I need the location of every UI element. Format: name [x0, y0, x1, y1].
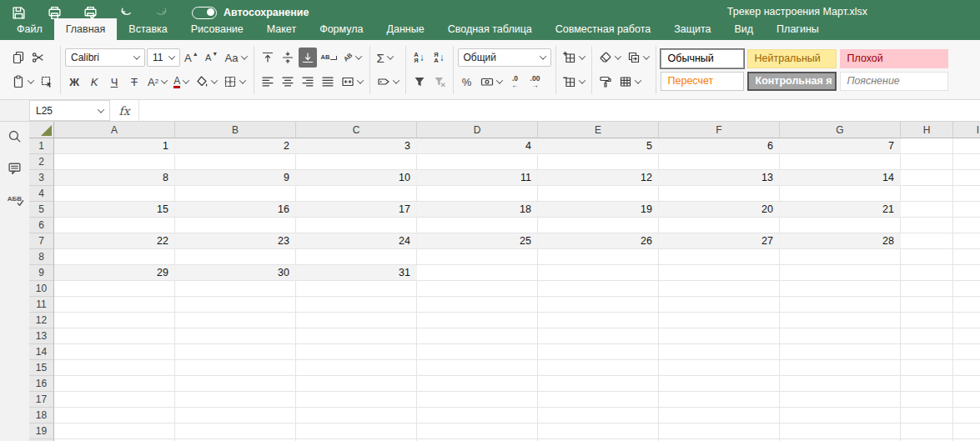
cell-G17[interactable]: [780, 392, 901, 408]
autosave-toggle[interactable]: Автосохранение: [192, 7, 309, 19]
merge-cells-button[interactable]: [339, 72, 365, 92]
grow-font-button[interactable]: A▲: [182, 48, 201, 68]
cell-C15[interactable]: [296, 360, 417, 376]
row-header-16[interactable]: 16: [29, 376, 54, 392]
cell-A8[interactable]: [54, 249, 175, 265]
row-header-12[interactable]: 12: [29, 313, 54, 328]
cell-E12[interactable]: [538, 313, 659, 328]
cell-F15[interactable]: [659, 360, 780, 376]
tab-6[interactable]: Данные: [375, 18, 436, 40]
font-name-select[interactable]: Calibri: [65, 48, 145, 67]
align-left-button[interactable]: [259, 72, 277, 92]
cell-E3[interactable]: 12: [538, 170, 659, 186]
cut-button[interactable]: [29, 48, 48, 68]
cell-G11[interactable]: [780, 297, 901, 313]
cell-E17[interactable]: [538, 392, 659, 408]
row-header-9[interactable]: 9: [29, 265, 54, 281]
cell-E1[interactable]: 5: [538, 138, 659, 154]
cell-C18[interactable]: [296, 408, 417, 423]
cell-H5[interactable]: [901, 202, 953, 218]
cell-H12[interactable]: [901, 313, 953, 328]
row-header-15[interactable]: 15: [29, 360, 54, 376]
cell-C6[interactable]: [296, 218, 417, 233]
cell-D6[interactable]: [417, 218, 538, 233]
cell-A17[interactable]: [54, 392, 175, 408]
cell-G19[interactable]: [780, 423, 901, 439]
increase-decimal-button[interactable]: .00→: [526, 72, 545, 92]
cell-I11[interactable]: [953, 297, 980, 313]
row-header-17[interactable]: 17: [29, 392, 54, 408]
percent-button[interactable]: %: [458, 72, 476, 92]
align-center-button[interactable]: [279, 72, 297, 92]
cell-I6[interactable]: [953, 218, 980, 233]
select-all-button[interactable]: [29, 122, 54, 138]
tab-7[interactable]: Сводная таблица: [436, 18, 544, 40]
cell-F3[interactable]: 13: [659, 170, 780, 186]
subscript-button[interactable]: A2: [145, 72, 169, 92]
cell-E15[interactable]: [538, 360, 659, 376]
cell-C1[interactable]: 3: [296, 138, 417, 154]
wrap-text-button[interactable]: АВ: [319, 48, 340, 68]
cell-H13[interactable]: [901, 328, 953, 344]
cell-C19[interactable]: [296, 423, 417, 439]
align-top-button[interactable]: [259, 48, 277, 68]
cell-D7[interactable]: 25: [417, 233, 538, 249]
clear-button[interactable]: [596, 48, 623, 68]
cell-C5[interactable]: 17: [296, 202, 417, 218]
cell-D12[interactable]: [417, 313, 538, 328]
tab-9[interactable]: Защита: [662, 18, 722, 40]
cell-B1[interactable]: 2: [175, 138, 296, 154]
cell-D9[interactable]: [417, 265, 538, 281]
tab-4[interactable]: Макет: [255, 18, 308, 40]
tab-0[interactable]: Файл: [5, 18, 54, 40]
cell-E14[interactable]: [538, 344, 659, 360]
font-size-select[interactable]: 11: [147, 48, 180, 67]
row-header-14[interactable]: 14: [29, 344, 54, 360]
cell-D11[interactable]: [417, 297, 538, 313]
tab-11[interactable]: Плагины: [765, 18, 831, 40]
cell-F2[interactable]: [659, 154, 780, 170]
column-header-E[interactable]: E: [538, 122, 659, 138]
cell-B14[interactable]: [175, 344, 296, 360]
row-header-8[interactable]: 8: [29, 249, 54, 265]
cell-A11[interactable]: [54, 297, 175, 313]
name-box[interactable]: L25: [29, 100, 110, 121]
borders-button[interactable]: [221, 72, 248, 92]
cell-A2[interactable]: [54, 154, 175, 170]
number-format-select[interactable]: Общий: [458, 48, 551, 67]
cell-B19[interactable]: [175, 423, 296, 439]
row-header-19[interactable]: 19: [29, 423, 54, 439]
cell-A19[interactable]: [54, 423, 175, 439]
cell-B17[interactable]: [175, 392, 296, 408]
cell-F12[interactable]: [659, 313, 780, 328]
cell-style-normal[interactable]: Обычный: [661, 49, 744, 68]
bold-button[interactable]: Ж: [65, 72, 83, 92]
strikethrough-button[interactable]: Т: [125, 72, 143, 92]
cell-I5[interactable]: [953, 202, 980, 218]
align-bottom-button[interactable]: [299, 48, 317, 68]
spellcheck-button[interactable]: АБВ: [7, 191, 23, 208]
cell-A12[interactable]: [54, 313, 175, 328]
autosum-button[interactable]: Σ: [374, 48, 395, 68]
cell-C2[interactable]: [296, 154, 417, 170]
column-header-C[interactable]: C: [296, 122, 417, 138]
cell-E7[interactable]: 26: [538, 233, 659, 249]
cell-C7[interactable]: 24: [296, 233, 417, 249]
cell-C16[interactable]: [296, 376, 417, 392]
cell-C8[interactable]: [296, 249, 417, 265]
cell-B4[interactable]: [175, 186, 296, 202]
row-header-18[interactable]: 18: [29, 408, 54, 423]
cell-G18[interactable]: [780, 408, 901, 423]
filter-button[interactable]: [410, 72, 429, 92]
cell-C9[interactable]: 31: [296, 265, 417, 281]
cell-I9[interactable]: [953, 265, 980, 281]
cell-I7[interactable]: [953, 233, 980, 249]
column-header-A[interactable]: A: [54, 122, 175, 138]
cell-F19[interactable]: [659, 423, 780, 439]
insert-cells-button[interactable]: [560, 48, 587, 68]
cell-C10[interactable]: [296, 281, 417, 297]
align-right-button[interactable]: [299, 72, 317, 92]
cell-A10[interactable]: [54, 281, 175, 297]
row-header-11[interactable]: 11: [29, 297, 54, 313]
orientation-button[interactable]: АВ: [341, 48, 364, 68]
